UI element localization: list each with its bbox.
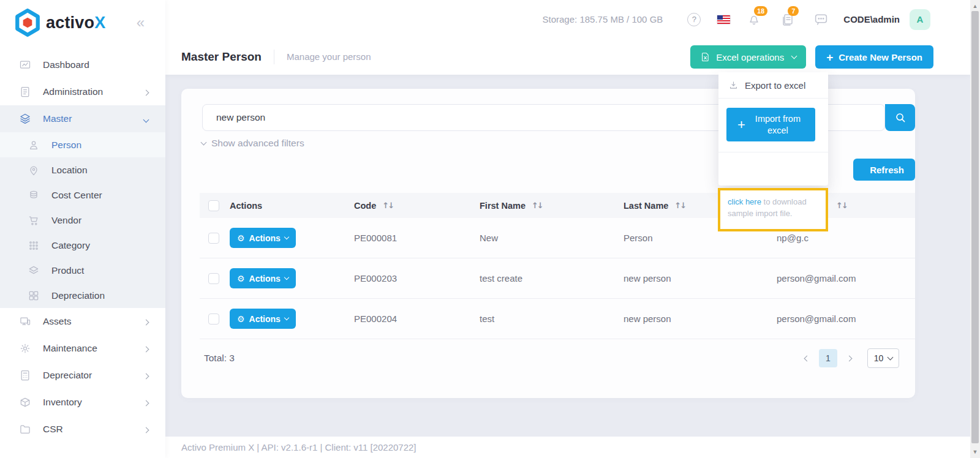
cell-first-name: New	[480, 233, 624, 243]
coins-icon	[27, 189, 40, 202]
excel-operations-button[interactable]: Excel operations	[690, 45, 806, 69]
sort-icon[interactable]: ↑↓	[532, 201, 543, 210]
search-button[interactable]	[885, 104, 915, 131]
sidebar-item-product[interactable]: Product	[0, 258, 165, 283]
cell-last-name: new person	[624, 273, 777, 283]
chevron-down-icon	[144, 113, 148, 124]
row-checkbox[interactable]	[208, 233, 219, 244]
sidebar-item-csr[interactable]: CSR	[0, 416, 165, 443]
sidebar-item-assets[interactable]: Assets	[0, 308, 165, 335]
row-actions-button[interactable]: ⚙Actions	[230, 309, 296, 329]
show-advanced-filters-toggle[interactable]: Show advanced filters	[202, 138, 304, 149]
user-menu[interactable]: CODE\admin	[843, 14, 900, 24]
avatar[interactable]: A	[910, 9, 930, 30]
help-button[interactable]: ?	[687, 13, 701, 26]
page-title: Master Person	[181, 50, 262, 64]
storage-usage: Storage: 185.75 MB / 100 GB	[543, 14, 663, 24]
export-to-excel-item[interactable]: Export to excel	[718, 72, 828, 98]
app-window: activoX « Dashboard Administration Maste…	[0, 0, 980, 458]
chat-button[interactable]	[813, 12, 829, 27]
cell-last-name: Person	[624, 233, 777, 243]
sidebar-collapse-icon[interactable]: «	[137, 15, 145, 30]
refresh-button[interactable]: Refresh	[853, 159, 915, 181]
sidebar-item-label: Cost Center	[51, 190, 102, 201]
row-checkbox[interactable]	[208, 273, 219, 284]
dots-grid-icon	[27, 239, 40, 252]
scroll-up-icon[interactable]: ▲	[970, 1, 980, 11]
sidebar-item-label: Category	[51, 240, 90, 251]
chevron-down-icon	[888, 354, 894, 360]
row-checkbox[interactable]	[208, 313, 219, 325]
calculator-icon	[18, 369, 32, 382]
sort-icon[interactable]: ↑↓	[674, 201, 685, 210]
sidebar-item-location[interactable]: Location	[0, 157, 165, 182]
sidebar: activoX « Dashboard Administration Maste…	[0, 0, 165, 458]
sidebar-item-label: Depreciation	[51, 290, 105, 301]
create-new-person-button[interactable]: + Create New Person	[815, 45, 933, 69]
language-selector[interactable]	[717, 15, 730, 24]
gear-icon	[18, 342, 32, 355]
sidebar-item-label: Dashboard	[43, 59, 89, 70]
brand-name[interactable]: activoX	[46, 13, 105, 32]
sidebar-nav: Dashboard Administration Master Person	[0, 51, 165, 443]
divider	[718, 98, 828, 99]
advanced-filters-label: Show advanced filters	[211, 138, 304, 149]
sidebar-item-dashboard[interactable]: Dashboard	[0, 51, 165, 78]
chevron-down-icon	[284, 234, 289, 239]
brand-name-left: activo	[46, 13, 94, 32]
sidebar-item-depreciation[interactable]: Depreciation	[0, 283, 165, 308]
create-new-person-label: Create New Person	[839, 52, 922, 62]
table-row: ⚙Actions PE000203 test create new person…	[200, 258, 915, 299]
sidebar-item-label: Location	[51, 165, 88, 176]
gear-icon: ⚙	[237, 315, 245, 323]
sidebar-item-vendor[interactable]: Vendor	[0, 208, 165, 233]
plus-icon: +	[826, 51, 833, 63]
import-from-excel-button[interactable]: + Import from excel	[726, 108, 815, 141]
next-page-button[interactable]	[847, 356, 851, 361]
sort-icon[interactable]: ↑↓	[836, 201, 847, 210]
row-actions-button[interactable]: ⚙Actions	[230, 268, 296, 288]
chevron-down-icon	[284, 274, 289, 279]
top-header: Storage: 185.75 MB / 100 GB ? 18 7 CODE\…	[165, 0, 970, 39]
notifications-button[interactable]: 18	[747, 12, 761, 27]
us-flag-icon	[717, 15, 730, 24]
tasks-button[interactable]: 7	[780, 12, 795, 27]
excel-operations-dropdown: Export to excel + Import from excel	[718, 72, 828, 186]
brand-name-x: X	[94, 13, 105, 32]
sidebar-item-cost-center[interactable]: Cost Center	[0, 182, 165, 208]
notification-badge: 18	[754, 6, 767, 16]
cell-last-name: new person	[624, 313, 777, 324]
layers-icon	[27, 264, 40, 277]
person-icon	[27, 138, 40, 152]
page-size-select[interactable]: 10	[867, 348, 899, 368]
sidebar-item-depreciator[interactable]: Depreciator	[0, 362, 165, 389]
sidebar-item-master[interactable]: Master	[0, 105, 165, 132]
layers-icon	[18, 112, 32, 126]
sidebar-item-label: Administration	[43, 86, 103, 97]
table-row: ⚙Actions PE000204 test new person person…	[200, 299, 915, 339]
cell-code: PE000204	[354, 313, 480, 324]
previous-page-button[interactable]	[805, 356, 809, 361]
scrollbar-thumb[interactable]	[971, 11, 979, 443]
sidebar-item-label: Inventory	[43, 397, 82, 408]
sidebar-item-person[interactable]: Person	[0, 132, 165, 157]
sidebar-group-master: Master Person Location Cost Center	[0, 105, 165, 308]
scroll-down-icon[interactable]: ▼	[970, 447, 980, 457]
sort-icon[interactable]: ↑↓	[382, 201, 393, 210]
sidebar-item-category[interactable]: Category	[0, 233, 165, 258]
sidebar-item-label: CSR	[43, 424, 63, 435]
sidebar-item-inventory[interactable]: Inventory	[0, 389, 165, 416]
row-actions-button[interactable]: ⚙Actions	[230, 228, 296, 248]
chevron-right-icon	[144, 397, 148, 408]
sidebar-item-maintenance[interactable]: Maintenance	[0, 335, 165, 362]
brand-logo-icon[interactable]	[15, 9, 40, 37]
total-count: Total: 3	[204, 353, 235, 364]
select-all-checkbox[interactable]	[208, 200, 219, 211]
chat-icon	[813, 12, 829, 27]
page-scrollbar[interactable]: ▲ ▼	[970, 0, 980, 458]
chevron-right-icon	[144, 343, 148, 354]
current-page[interactable]: 1	[819, 349, 837, 367]
sidebar-item-label: Product	[51, 265, 84, 276]
sidebar-item-administration[interactable]: Administration	[0, 78, 165, 105]
sample-file-link[interactable]: click here	[728, 197, 761, 206]
